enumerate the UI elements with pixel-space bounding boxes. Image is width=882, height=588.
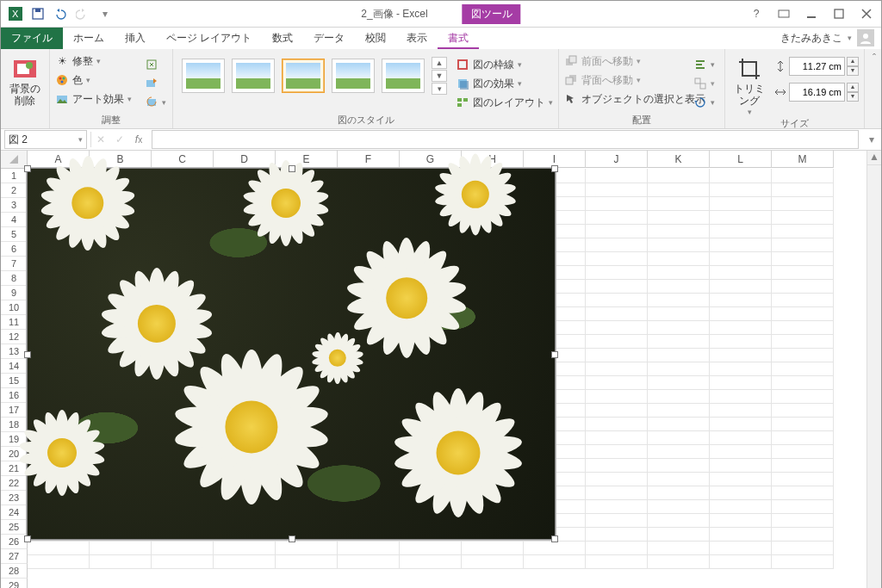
cell[interactable]: [648, 169, 710, 183]
cell[interactable]: [772, 444, 834, 459]
cell[interactable]: [710, 306, 772, 321]
cell[interactable]: [586, 486, 648, 500]
row-header[interactable]: 11: [1, 315, 28, 330]
cell[interactable]: [462, 554, 524, 569]
gallery-up-icon[interactable]: ▲: [432, 57, 447, 69]
tab-view[interactable]: 表示: [396, 28, 438, 49]
cell[interactable]: [710, 224, 772, 238]
cell[interactable]: [400, 554, 462, 569]
cell[interactable]: [772, 251, 834, 266]
tab-formulas[interactable]: 数式: [262, 28, 303, 49]
cell[interactable]: [338, 554, 400, 569]
cell[interactable]: [772, 499, 834, 514]
cell[interactable]: [214, 554, 276, 569]
cell[interactable]: [276, 554, 338, 569]
maximize-icon[interactable]: [828, 3, 850, 24]
cell[interactable]: [586, 265, 648, 280]
align-button[interactable]: ▾: [693, 55, 715, 74]
cell[interactable]: [710, 210, 772, 225]
row-header[interactable]: 3: [1, 198, 28, 213]
cell[interactable]: [772, 169, 834, 183]
cell[interactable]: [648, 306, 710, 321]
cell[interactable]: [772, 541, 834, 555]
style-thumb-4[interactable]: [332, 59, 375, 93]
gallery-more-icon[interactable]: ▾: [432, 83, 447, 95]
cell[interactable]: [586, 444, 648, 459]
help-icon[interactable]: ?: [745, 3, 767, 24]
cell[interactable]: [648, 279, 710, 294]
sheet-grid[interactable]: ABCDEFGHIJKLM 12345678910111213141516171…: [1, 151, 866, 588]
column-headers[interactable]: ABCDEFGHIJKLM: [28, 151, 834, 168]
cell[interactable]: [524, 554, 586, 569]
cell[interactable]: [648, 183, 710, 197]
cell[interactable]: [586, 334, 648, 349]
cell[interactable]: [586, 403, 648, 418]
cell[interactable]: [772, 306, 834, 321]
cell[interactable]: [648, 238, 710, 252]
cell[interactable]: [90, 541, 152, 555]
row-header[interactable]: 25: [1, 520, 28, 535]
cell[interactable]: [710, 527, 772, 542]
ribbon-display-icon[interactable]: [773, 3, 795, 24]
row-header[interactable]: 28: [1, 564, 28, 579]
resize-handle-sw[interactable]: [24, 535, 31, 542]
cell[interactable]: [648, 513, 710, 528]
row-header[interactable]: 6: [1, 242, 28, 257]
row-header[interactable]: 23: [1, 491, 28, 505]
style-thumb-5[interactable]: [382, 59, 425, 93]
row-header[interactable]: 12: [1, 330, 28, 344]
cell[interactable]: [772, 183, 834, 197]
cell[interactable]: [772, 403, 834, 418]
cell[interactable]: [710, 444, 772, 459]
row-header[interactable]: 24: [1, 505, 28, 520]
cell[interactable]: [710, 554, 772, 569]
picture-styles-gallery[interactable]: ▲ ▼ ▾: [178, 52, 450, 95]
tab-insert[interactable]: 挿入: [115, 28, 156, 49]
col-header-F[interactable]: F: [338, 151, 400, 168]
cell[interactable]: [772, 348, 834, 362]
cell[interactable]: [710, 183, 772, 197]
selection-pane-button[interactable]: オブジェクトの選択と表示: [564, 90, 705, 108]
cell[interactable]: [648, 430, 710, 445]
rotate-button[interactable]: ▾: [693, 93, 715, 112]
cell[interactable]: [648, 458, 710, 473]
row-header[interactable]: 10: [1, 300, 28, 315]
cancel-formula-icon[interactable]: ✕: [91, 130, 110, 149]
row-header[interactable]: 8: [1, 271, 28, 286]
cell[interactable]: [710, 279, 772, 294]
cell[interactable]: [586, 458, 648, 473]
corrections-button[interactable]: ☀修整▾: [55, 52, 101, 71]
expand-formula-bar-icon[interactable]: ▾: [862, 130, 881, 149]
cell[interactable]: [586, 389, 648, 404]
close-icon[interactable]: [855, 3, 878, 24]
cell[interactable]: [28, 554, 90, 569]
cell[interactable]: [648, 403, 710, 418]
signed-in-user[interactable]: きたみあきこ▾: [777, 29, 878, 46]
cell[interactable]: [772, 513, 834, 528]
cell[interactable]: [772, 320, 834, 335]
crop-button[interactable]: トリミング ▾: [730, 52, 768, 117]
cell[interactable]: [772, 293, 834, 307]
cell[interactable]: [710, 375, 772, 390]
fx-icon[interactable]: fx: [129, 130, 148, 149]
cell[interactable]: [462, 541, 524, 555]
height-field[interactable]: ▲▼: [773, 57, 859, 76]
cell[interactable]: [648, 541, 710, 555]
col-header-M[interactable]: M: [772, 151, 834, 168]
tab-pagelayout[interactable]: ページ レイアウト: [156, 28, 262, 49]
cell[interactable]: [710, 458, 772, 473]
cell[interactable]: [710, 238, 772, 252]
cell[interactable]: [586, 169, 648, 183]
cell[interactable]: [400, 541, 462, 555]
cell[interactable]: [648, 224, 710, 238]
enter-formula-icon[interactable]: ✓: [110, 130, 129, 149]
cell[interactable]: [586, 472, 648, 486]
row-header[interactable]: 16: [1, 388, 28, 403]
row-header[interactable]: 14: [1, 359, 28, 374]
cell[interactable]: [710, 251, 772, 266]
name-box[interactable]: 図 2▾: [4, 130, 87, 149]
resize-handle-nw[interactable]: [24, 165, 31, 172]
cell[interactable]: [586, 541, 648, 555]
cell[interactable]: [648, 499, 710, 514]
row-header[interactable]: 2: [1, 183, 28, 198]
